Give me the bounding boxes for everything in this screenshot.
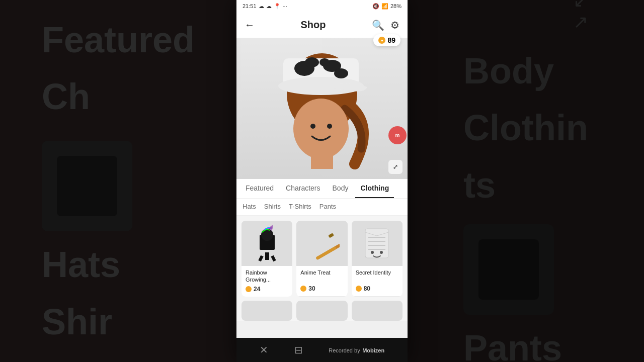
status-mute-icon: 🔇 bbox=[372, 3, 379, 10]
bg-right-text-ts: ts bbox=[463, 162, 588, 209]
item-image-rainbow bbox=[242, 221, 292, 266]
items-grid: Rainbow Growing... 24 Anime Treat bbox=[236, 216, 408, 321]
svg-point-9 bbox=[293, 99, 349, 159]
item-card-anime[interactable]: Anime Treat 30 bbox=[296, 221, 347, 297]
nav-icons: 🔍 ⚙ bbox=[372, 19, 399, 31]
expand-icon: ⤢ bbox=[393, 163, 398, 170]
avatar-illustration bbox=[267, 43, 377, 174]
recorder-name: Mobizen bbox=[362, 347, 384, 353]
phone-container: 21:51 ☁ ☁ 📍 ··· 🔇 📶 28% ← Shop 🔍 ⚙ bbox=[236, 0, 408, 362]
tab-characters[interactable]: Characters bbox=[281, 179, 325, 198]
price-icon-secret bbox=[356, 286, 362, 292]
price-value-secret: 80 bbox=[364, 285, 370, 292]
tab-body[interactable]: Body bbox=[328, 179, 354, 198]
item-card-rainbow[interactable]: Rainbow Growing... 24 bbox=[242, 221, 292, 297]
bottom-home-icon[interactable]: ⊟ bbox=[294, 344, 303, 356]
sub-tab-shirts[interactable]: Shirts bbox=[264, 203, 281, 211]
svg-point-7 bbox=[334, 68, 348, 78]
robux-badge[interactable]: ● 89 bbox=[373, 34, 400, 46]
rainbow-item-svg bbox=[250, 225, 285, 262]
avatar-area: m ⤢ bbox=[236, 38, 408, 179]
svg-rect-12 bbox=[311, 154, 333, 169]
price-value-rainbow: 24 bbox=[254, 286, 260, 293]
svg-point-11 bbox=[327, 124, 332, 129]
settings-icon[interactable]: ⚙ bbox=[390, 19, 399, 31]
svg-rect-19 bbox=[315, 246, 337, 260]
item-price-anime: 30 bbox=[300, 285, 343, 292]
svg-line-16 bbox=[260, 256, 262, 261]
item-card-5[interactable] bbox=[296, 301, 347, 321]
robux-icon: ● bbox=[378, 37, 385, 44]
status-cloud2-icon: ☁ bbox=[266, 3, 272, 10]
bottom-bar: ✕ ⊟ Recorded by Mobizen bbox=[236, 338, 408, 362]
item-info-rainbow: Rainbow Growing... 24 bbox=[242, 266, 292, 297]
status-bar: 21:51 ☁ ☁ 📍 ··· 🔇 📶 28% bbox=[236, 0, 408, 12]
item-info-secret: Secret Identity 80 bbox=[352, 266, 403, 296]
item-price-rainbow: 24 bbox=[246, 286, 288, 293]
item-image-anime bbox=[296, 221, 347, 266]
bg-right-text-body: Body bbox=[463, 48, 588, 95]
sub-tab-pants[interactable]: Pants bbox=[319, 203, 336, 211]
svg-point-8 bbox=[319, 58, 330, 66]
robux-amount: 89 bbox=[387, 36, 395, 44]
svg-point-10 bbox=[310, 124, 315, 129]
status-signal-icon: 📶 bbox=[381, 3, 388, 10]
sub-tab-hats[interactable]: Hats bbox=[243, 203, 256, 211]
recorded-text: Recorded by bbox=[329, 347, 360, 353]
recorded-by-label: Recorded by Mobizen bbox=[329, 345, 384, 354]
item-card-4[interactable] bbox=[242, 301, 292, 321]
bg-right-arrows: ↙↗ bbox=[463, 0, 588, 33]
status-time: 21:51 bbox=[243, 3, 257, 9]
status-more-icon: ··· bbox=[283, 3, 287, 9]
avatar-badge: m bbox=[388, 126, 407, 144]
status-cloud-icon: ☁ bbox=[259, 3, 264, 10]
search-icon[interactable]: 🔍 bbox=[372, 19, 384, 31]
bg-right-item bbox=[463, 224, 554, 315]
sub-tabs: Hats Shirts T-Shirts Pants bbox=[236, 199, 408, 216]
bg-left-item bbox=[42, 141, 132, 231]
tab-featured[interactable]: Featured bbox=[240, 179, 279, 198]
svg-point-26 bbox=[371, 251, 374, 254]
svg-point-27 bbox=[380, 251, 383, 254]
status-right: 🔇 📶 28% bbox=[372, 3, 401, 10]
bg-left-text-shir: Shir bbox=[42, 299, 195, 346]
bg-left-text-ch: Ch bbox=[42, 73, 195, 121]
background-left: Featured Ch Hats Shir bbox=[0, 0, 236, 362]
expand-button[interactable]: ⤢ bbox=[388, 160, 403, 174]
item-name-rainbow: Rainbow Growing... bbox=[246, 269, 288, 284]
price-icon-rainbow bbox=[246, 286, 252, 292]
bg-left-text-featured: Featured bbox=[42, 17, 195, 64]
item-card-secret[interactable]: Secret Identity 80 bbox=[352, 221, 403, 297]
category-tabs: Featured Characters Body Clothing bbox=[236, 179, 408, 199]
price-icon-anime bbox=[300, 286, 306, 292]
item-name-secret: Secret Identity bbox=[356, 269, 398, 283]
item-info-anime: Anime Treat 30 bbox=[296, 266, 347, 296]
item-name-anime: Anime Treat bbox=[300, 269, 343, 283]
item-card-6[interactable] bbox=[352, 301, 403, 321]
svg-rect-20 bbox=[328, 233, 334, 238]
bg-right-text-pants: Pants bbox=[463, 325, 588, 362]
bg-right-text-clothing: Clothin bbox=[463, 105, 588, 152]
back-button[interactable]: ← bbox=[245, 19, 255, 31]
tab-clothing[interactable]: Clothing bbox=[355, 179, 394, 198]
secret-item-svg bbox=[359, 225, 394, 262]
background-right: ↙↗ Body Clothin ts Pants bbox=[408, 0, 644, 362]
item-image-secret bbox=[352, 221, 403, 266]
item-price-secret: 80 bbox=[356, 285, 398, 292]
status-left: 21:51 ☁ ☁ 📍 ··· bbox=[243, 3, 287, 10]
svg-point-5 bbox=[305, 57, 319, 67]
status-battery: 28% bbox=[390, 3, 401, 9]
status-location-icon: 📍 bbox=[274, 3, 281, 10]
sub-tab-tshirts[interactable]: T-Shirts bbox=[289, 203, 311, 211]
anime-item-svg bbox=[304, 225, 340, 262]
price-value-anime: 30 bbox=[308, 285, 315, 292]
avatar-badge-text: m bbox=[395, 133, 400, 138]
bottom-back-icon[interactable]: ✕ bbox=[260, 344, 268, 356]
bg-left-text-hats: Hats bbox=[42, 241, 195, 289]
svg-line-17 bbox=[272, 256, 275, 261]
shop-title: Shop bbox=[301, 19, 326, 31]
